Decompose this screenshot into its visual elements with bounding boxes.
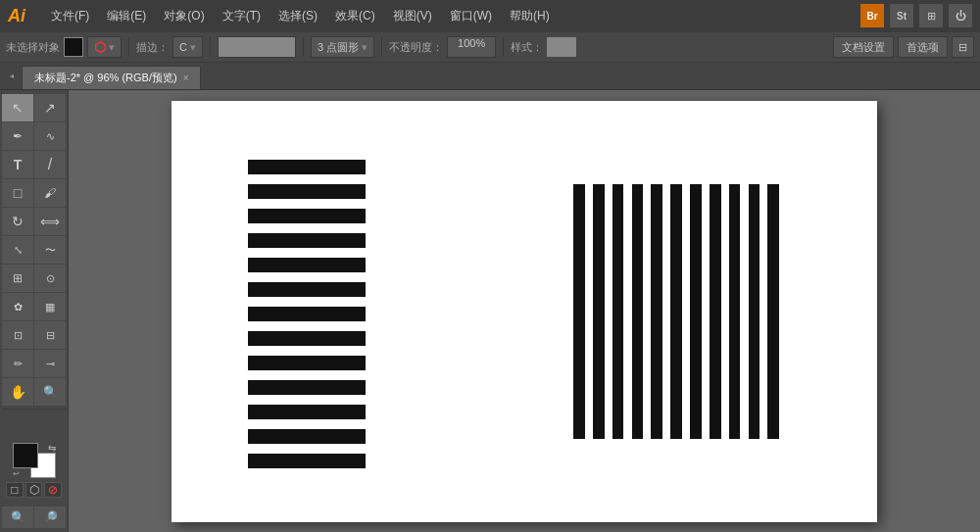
line-tool[interactable]: /	[34, 151, 66, 178]
tab-bar: ◂ 未标题-2* @ 96% (RGB/预览) ×	[0, 63, 980, 90]
doc-settings-button[interactable]: 文档设置	[833, 36, 894, 58]
zoom-in-btn[interactable]: 🔍	[2, 507, 33, 528]
document-tab[interactable]: 未标题-2* @ 96% (RGB/预览) ×	[22, 66, 201, 89]
main-area: ↖ ↗ ✒ ∿ T / □ 🖌 ↻ ⟺ ⤡ 〜 ⊞ ⊙ ✿ ▦	[0, 90, 980, 532]
tool-row-10: ✏ ⊸	[2, 350, 66, 377]
v-stripe	[593, 184, 605, 439]
stroke-value-btn[interactable]: C ▾	[172, 36, 203, 58]
v-stripe	[749, 184, 760, 439]
canvas-area	[69, 90, 980, 532]
toolbar-div-5	[503, 37, 504, 57]
measure-tool[interactable]: ⊸	[34, 350, 66, 377]
zoom-out-btn[interactable]: 🔎	[34, 507, 66, 528]
none-mode-btn[interactable]: ⊘	[44, 482, 62, 498]
menu-effect[interactable]: 效果(C)	[331, 6, 379, 26]
fill-mode-btn[interactable]: □	[6, 482, 24, 498]
vertical-stripes	[573, 184, 779, 439]
point-shape-selector[interactable]: 3 点圆形 ▾	[311, 36, 374, 58]
tool-row-2: ✒ ∿	[2, 122, 66, 150]
title-right-icons: Br St ⊞ ⏻	[860, 4, 972, 27]
warp-tool[interactable]: 〜	[34, 236, 66, 264]
menu-edit[interactable]: 编辑(E)	[103, 6, 150, 26]
menu-file[interactable]: 文件(F)	[47, 6, 93, 26]
v-stripe	[612, 184, 624, 439]
pen-tool[interactable]: ✒	[2, 122, 33, 150]
toolbox: ↖ ↗ ✒ ∿ T / □ 🖌 ↻ ⟺ ⤡ 〜 ⊞ ⊙ ✿ ▦	[0, 90, 69, 532]
h-stripe	[248, 184, 366, 199]
stroke-color-input[interactable]	[218, 36, 296, 58]
h-stripe	[248, 160, 366, 174]
tab-close-button[interactable]: ×	[183, 73, 189, 83]
v-stripe-gap	[740, 184, 748, 439]
color-section: ⇆ ↩ □ ⬡ ⊘	[2, 439, 66, 502]
paintbrush-tool[interactable]: 🖌	[34, 179, 66, 207]
zoom-tool[interactable]: 🔍	[34, 378, 66, 406]
h-stripe	[248, 233, 366, 248]
menu-help[interactable]: 帮助(H)	[506, 6, 554, 26]
stroke-label: 描边：	[136, 40, 169, 55]
stroke-mode-btn[interactable]: ⬡	[25, 482, 43, 498]
reflect-tool[interactable]: ⟺	[34, 208, 66, 235]
color-mode-row: □ ⬡ ⊘	[6, 482, 62, 498]
scale-tool[interactable]: ⤡	[2, 236, 33, 264]
puppet-warp-tool[interactable]: ⊙	[34, 265, 66, 292]
menu-view[interactable]: 视图(V)	[389, 6, 436, 26]
power-icon-btn[interactable]: ⏻	[949, 4, 972, 27]
swap-colors-button[interactable]: ⇆	[48, 443, 56, 454]
tool-row-5: ↻ ⟺	[2, 208, 66, 235]
rect-tool[interactable]: □	[2, 179, 33, 207]
h-stripe	[248, 356, 366, 370]
menu-object[interactable]: 对象(O)	[160, 6, 208, 26]
reset-colors-button[interactable]: ↩	[13, 469, 20, 478]
foreground-color-swatch[interactable]	[13, 443, 38, 468]
symbol-sprayer-tool[interactable]: ✿	[2, 293, 33, 320]
tool-row-4: □ 🖌	[2, 179, 66, 207]
fill-swatch[interactable]	[64, 37, 83, 57]
slice-tool[interactable]: ⊟	[34, 321, 66, 349]
direct-selection-tool[interactable]: ↗	[34, 94, 66, 121]
preferences-button[interactable]: 首选项	[898, 36, 948, 58]
toolbar-div-1	[128, 37, 129, 57]
artboard-tool[interactable]: ⊡	[2, 321, 33, 349]
v-stripe-gap	[721, 184, 729, 439]
tool-row-3: T /	[2, 151, 66, 178]
h-stripe	[248, 209, 366, 223]
tool-row-8: ✿ ▦	[2, 293, 66, 320]
menu-type[interactable]: 文字(T)	[219, 6, 265, 26]
hand-tool[interactable]: ✋	[2, 378, 33, 406]
stroke-selector[interactable]: ⬡ ▾	[87, 36, 122, 58]
graph-tool[interactable]: ▦	[34, 293, 66, 320]
v-stripe	[690, 184, 702, 439]
v-stripe-gap	[682, 184, 690, 439]
rotate-tool[interactable]: ↻	[2, 208, 33, 235]
type-tool[interactable]: T	[2, 151, 33, 178]
grid-icon-btn[interactable]: ⊞	[919, 4, 943, 27]
tool-sep	[2, 409, 66, 410]
style-swatch[interactable]	[547, 37, 576, 57]
toolbar-div-2	[210, 37, 211, 57]
free-transform-tool[interactable]: ⊞	[2, 265, 33, 292]
tab-label: 未标题-2* @ 96% (RGB/预览)	[34, 71, 177, 85]
v-stripe-gap	[760, 184, 767, 439]
selection-label: 未选择对象	[6, 40, 60, 55]
h-stripe	[248, 258, 366, 272]
panel-toggle-area: ◂	[10, 62, 18, 89]
h-stripe	[248, 307, 366, 321]
menu-select[interactable]: 选择(S)	[274, 6, 321, 26]
tool-row-9: ⊡ ⊟	[2, 321, 66, 349]
opacity-input[interactable]: 100%	[447, 36, 496, 58]
title-bar: Ai 文件(F) 编辑(E) 对象(O) 文字(T) 选择(S) 效果(C) 视…	[0, 0, 980, 31]
eyedropper-tool[interactable]: ✏	[2, 350, 33, 377]
selection-tool[interactable]: ↖	[2, 94, 33, 121]
color-swatches: ⇆ ↩	[13, 443, 56, 478]
app-logo: Ai	[8, 6, 37, 26]
v-stripe-gap	[643, 184, 651, 439]
opacity-label: 不透明度：	[389, 40, 443, 55]
arrange-icon[interactable]: ⊟	[952, 36, 974, 58]
menu-window[interactable]: 窗口(W)	[446, 6, 496, 26]
bridge-icon-btn[interactable]: Br	[860, 4, 884, 27]
stock-icon-btn[interactable]: St	[890, 4, 913, 27]
panel-toggle[interactable]: ◂	[10, 72, 14, 80]
v-stripe	[729, 184, 741, 439]
curvature-tool[interactable]: ∿	[34, 122, 66, 150]
